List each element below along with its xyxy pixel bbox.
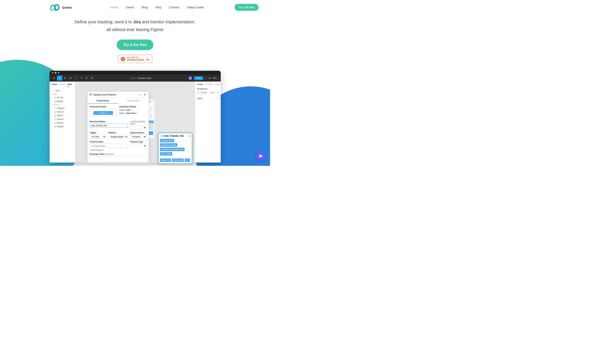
heart-icon: ♥	[152, 107, 152, 108]
figma-design-panel: Design Prototype Inspect Background E5E5…	[195, 82, 221, 162]
new-event-name-input[interactable]	[90, 124, 128, 128]
present-icon[interactable]: ▷	[205, 77, 207, 79]
implemented-select[interactable]: Frontend	[130, 135, 146, 139]
plugin-logo-icon	[89, 93, 92, 96]
chat-icon	[258, 154, 263, 158]
brand-name: Qualas	[62, 6, 72, 9]
svg-point-10	[261, 156, 261, 156]
share-button[interactable]: Share	[194, 76, 203, 80]
property-tag: discountCodeEntered:boolean	[160, 148, 184, 151]
brand-logo[interactable]: Qualas	[50, 4, 72, 11]
figma-layers-panel: Layers Assets Page 1 ⌄ Cart FIXED UI / S…	[50, 82, 75, 162]
nav-faq[interactable]: FAQ	[156, 6, 161, 9]
event-name: User_Checks_Out	[164, 135, 187, 137]
edit-icon[interactable]: ✎	[131, 109, 132, 111]
property-name-input[interactable]	[90, 144, 128, 148]
layer-row[interactable]: Cupon F	[50, 117, 75, 121]
figma-breadcrumb[interactable]: Drafts / Sneaker Store ⌄	[95, 77, 189, 79]
developer-notes-textarea[interactable]	[90, 156, 146, 162]
product-hunt-badge[interactable]: P FEATURED ON Product Hunt ▲ 136	[118, 55, 152, 63]
design-tab[interactable]: Design	[197, 83, 203, 85]
site-header: Qualas Home Demo Blog FAQ Contact Setup …	[0, 0, 270, 15]
interaction-details-heading: Interaction Details	[119, 106, 146, 108]
hand-tool-icon[interactable]	[84, 76, 89, 81]
move-tool-icon[interactable]	[57, 76, 62, 81]
chat-launcher[interactable]	[256, 151, 265, 161]
inspect-tab[interactable]: Inspect	[215, 83, 221, 85]
tab-tracking-plan[interactable]: Tracking Plan	[118, 98, 149, 104]
qualas-plugin-modal: Qualas Event Planner — ✕ Create Event Tr…	[87, 91, 149, 162]
figma-aq: A?	[209, 77, 211, 79]
color-opacity[interactable]: 100%	[210, 91, 215, 93]
svg-point-11	[261, 156, 262, 156]
header-cta-button[interactable]: Try it fo free	[235, 4, 258, 11]
trigger-select[interactable]: On Click	[90, 135, 106, 139]
minimize-icon[interactable]: —	[138, 93, 142, 96]
edit-icon[interactable]: ✎	[136, 112, 138, 114]
add-export-icon[interactable]: +	[217, 97, 219, 99]
ph-vote-count: ▲ 136	[146, 57, 149, 61]
layer-section: FIXED	[50, 92, 75, 96]
hero-line-2: all without ever leaving Figma!	[48, 26, 222, 33]
logo-icon	[50, 4, 60, 11]
layer-row[interactable]: Check O	[50, 110, 75, 114]
event-summary-card: User_Checks_Out productID:string product…	[158, 133, 192, 164]
zoom-level[interactable]: 90% ⌄	[213, 77, 219, 79]
svg-point-3	[54, 77, 55, 78]
plugin-title: Qualas Event Planner	[93, 93, 136, 96]
layer-row[interactable]: Total Pr	[50, 114, 75, 117]
export-label: Export	[197, 97, 203, 99]
pen-tool-icon[interactable]	[73, 76, 79, 81]
background-label: Background	[197, 88, 219, 90]
rectangle-tool-icon[interactable]	[68, 76, 73, 81]
frame-tool-icon[interactable]	[62, 76, 68, 81]
layer-row[interactable]: Image P	[50, 106, 75, 110]
hero-section: Define your tracking, send it to Jira an…	[48, 18, 222, 63]
layer-row[interactable]: Product	[50, 121, 75, 125]
text-tool-icon[interactable]: T	[79, 76, 84, 81]
color-hex[interactable]: E5E5E5	[201, 91, 207, 93]
platform-select[interactable]: Google Analytics	[108, 135, 128, 139]
interaction-details-heading: Interaction Details	[90, 106, 117, 108]
path-tag: KPI	[184, 158, 190, 162]
apply-button: Apply	[148, 121, 154, 123]
page-selector[interactable]: Page 1 ⌄	[67, 83, 73, 87]
upvote-icon: ▲	[147, 57, 148, 59]
trash-icon: 🗑	[151, 109, 152, 110]
trash-icon: 🗑	[151, 116, 152, 117]
user-avatar[interactable]: L	[189, 76, 192, 80]
layer-row[interactable]: Product	[50, 125, 75, 128]
layer-section: SCROLLS	[50, 103, 75, 106]
status-dot	[188, 135, 190, 137]
nav-contact[interactable]: Contact	[169, 6, 179, 9]
existing-event-select[interactable]	[130, 125, 146, 130]
add-property-link[interactable]: + Add Property	[90, 149, 104, 151]
comment-tool-icon[interactable]	[89, 76, 95, 81]
primary-nav: Home Demo Blog FAQ Contact Setup Guide	[84, 6, 230, 9]
nav-home[interactable]: Home	[110, 6, 118, 9]
property-tag: productID:string	[160, 139, 174, 142]
figma-menu-icon[interactable]	[52, 76, 57, 81]
hero-line-1: Define your tracking, send it to Jira an…	[48, 18, 222, 26]
assets-tab[interactable]: Assets	[60, 83, 66, 87]
layer-row[interactable]: Header	[50, 99, 75, 103]
nav-demo[interactable]: Demo	[126, 6, 134, 9]
eye-icon[interactable]: 👁	[217, 91, 219, 93]
hero-cta-button[interactable]: Try it for free	[117, 39, 153, 50]
tab-create-event[interactable]: Create Event	[87, 98, 118, 104]
color-swatch[interactable]	[197, 91, 199, 94]
window-max-dot	[58, 72, 59, 74]
window-titlebar	[50, 71, 221, 75]
property-type-select[interactable]	[130, 144, 146, 148]
layer-row[interactable]: Cart	[50, 89, 75, 92]
prototype-tab[interactable]: Prototype	[205, 83, 213, 85]
figma-screenshot: T Drafts / Sneaker Store ⌄ L Share ▷ A? …	[50, 71, 221, 162]
path-tag: Happy Path	[160, 158, 171, 162]
nav-setup-guide[interactable]: Setup Guide	[187, 6, 204, 9]
figma-toolbar: T Drafts / Sneaker Store ⌄ L Share ▷ A? …	[50, 75, 221, 82]
layer-row[interactable]: UI / Sta	[50, 96, 75, 99]
layers-tab[interactable]: Layers	[52, 83, 58, 87]
close-icon[interactable]: ✕	[143, 93, 147, 96]
property-tag: price:number	[160, 152, 172, 156]
nav-blog[interactable]: Blog	[142, 6, 148, 9]
